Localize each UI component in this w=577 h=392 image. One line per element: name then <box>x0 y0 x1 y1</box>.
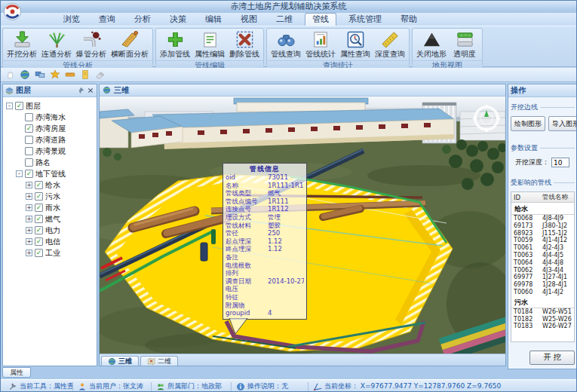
tree-node[interactable]: 赤湾景观 <box>3 145 97 157</box>
layer-checkbox[interactable]: ✓ <box>35 249 43 257</box>
ribbon-button[interactable]: 透明度 <box>450 29 480 60</box>
tree-node[interactable]: +✓工业 <box>3 247 97 259</box>
import-shape-button[interactable]: 导入图形 <box>548 116 577 131</box>
tree-node[interactable]: -✓图层 <box>3 100 97 112</box>
layer-checkbox[interactable] <box>25 113 33 121</box>
tree-expander-icon[interactable]: + <box>26 238 32 245</box>
tree-node[interactable]: 赤湾海水 <box>3 112 97 123</box>
excavation-icon <box>13 30 32 49</box>
star-button[interactable] <box>48 69 61 81</box>
menu-tab[interactable]: 二维 <box>269 14 299 26</box>
ribbon-button[interactable]: 关闭地形 <box>415 29 448 60</box>
table-row[interactable]: T00624J3-4J4 <box>511 267 574 274</box>
menu-tab[interactable]: 浏览 <box>57 14 87 26</box>
tree-expander-icon[interactable]: + <box>26 250 32 256</box>
tooltip-row: 管线类型燃气 <box>223 189 306 198</box>
tree-node[interactable]: +✓雨水 <box>3 202 97 213</box>
table-row[interactable]: 699781J28-4J1 <box>511 281 574 289</box>
tree-node[interactable]: +✓污水 <box>3 191 97 202</box>
operation-panel-title: 操作 <box>511 85 575 96</box>
table-row[interactable]: 68923J115-1J2 <box>511 230 574 237</box>
table-row[interactable]: T00644J4-4J8 <box>511 259 574 267</box>
ribbon-button[interactable]: 开挖分析 <box>5 29 38 60</box>
view-tab[interactable]: 二维 <box>140 356 178 366</box>
dig-button[interactable]: 开 挖 <box>529 351 575 365</box>
layer-checkbox[interactable]: ✓ <box>35 204 43 212</box>
tree-expander-icon[interactable]: - <box>16 170 23 177</box>
ribbon-button[interactable]: 添加管线 <box>158 29 192 60</box>
hand-tool-button[interactable] <box>3 69 16 81</box>
layer-checkbox[interactable] <box>25 147 33 155</box>
tree-node[interactable]: 赤湾道路 <box>3 134 97 145</box>
layer-checkbox[interactable] <box>25 136 33 144</box>
layer-checkbox[interactable]: ✓ <box>25 124 33 133</box>
tree-node[interactable]: +✓给水 <box>3 179 97 191</box>
ribbon-button[interactable]: 删除管线 <box>228 29 261 60</box>
tree-expander-icon[interactable]: + <box>26 182 32 188</box>
tree-expander-icon[interactable]: + <box>26 227 32 234</box>
table-row[interactable]: T00614J2-4J3 <box>511 244 574 252</box>
ribbon-button[interactable]: 深度查询 <box>373 29 407 60</box>
menu-tab[interactable]: 视图 <box>234 14 264 26</box>
table-row[interactable]: T0182W25-W26 <box>511 316 574 323</box>
view-tab[interactable]: 三维 <box>101 356 139 366</box>
tree-node[interactable]: +✓电信 <box>3 236 97 247</box>
tooltip-title: 管线信息 <box>223 164 306 173</box>
tree-node[interactable]: 路名 <box>3 157 97 168</box>
menu-tab[interactable]: 决策 <box>163 14 193 26</box>
tree-node[interactable]: -✓地下管线 <box>3 168 97 179</box>
dual-screen-button[interactable] <box>33 69 46 81</box>
layer-checkbox[interactable] <box>25 158 33 167</box>
menu-tab[interactable]: 分析 <box>127 14 158 26</box>
menu-tab[interactable]: 编辑 <box>198 14 229 26</box>
bookmark-button[interactable] <box>78 69 91 81</box>
ribbon-button[interactable]: 连通分析 <box>40 29 73 60</box>
ribbon-button[interactable]: 属性查询 <box>339 29 372 60</box>
depth-input[interactable] <box>551 158 569 167</box>
ribbon-button[interactable]: 爆管分析 <box>75 29 108 60</box>
layer-checkbox[interactable]: ✓ <box>25 170 33 178</box>
table-row[interactable]: T0184W26-W51 <box>511 308 574 316</box>
scene-3d[interactable]: 管线信息 oid73011名称1R111-1R112管线类型燃气管线点编号1R1… <box>100 96 505 354</box>
ribbon-button[interactable]: 管线统计 <box>304 29 337 60</box>
table-row[interactable]: 69173J380-1J2 <box>511 222 574 230</box>
menu-tab[interactable]: 管线 <box>305 13 336 26</box>
draw-shape-button[interactable]: 绘制图形 <box>511 116 545 131</box>
table-row[interactable]: T0183W26-W27 <box>511 323 574 330</box>
operation-panel-body: 开挖边线 绘制图形 导入图形 参数设置 开挖深度： 受影响的管线 ID 管线名称… <box>508 97 577 369</box>
tree-node[interactable]: ✓赤湾房屋 <box>3 123 97 134</box>
menu-tab[interactable]: 帮助 <box>394 14 424 26</box>
layer-checkbox[interactable]: ✓ <box>35 181 43 189</box>
menu-tab[interactable]: 查询 <box>92 14 122 26</box>
tree-expander-icon[interactable]: - <box>6 103 13 109</box>
tree-expander-icon[interactable]: + <box>26 193 32 200</box>
table-row[interactable]: T00594J1-4J12 <box>511 237 574 244</box>
menu-tab[interactable]: 系统管理 <box>342 14 388 26</box>
layers-panel: 图层 -✓图层赤湾海水✓赤湾房屋赤湾道路赤湾景观路名-✓地下管线+✓给水+✓污水… <box>2 84 97 366</box>
close-icon[interactable] <box>87 87 94 94</box>
globe-button[interactable] <box>18 69 31 81</box>
ribbon-button[interactable]: 横断面分析 <box>109 29 150 60</box>
ribbon-group: 管线查询管线统计属性查询深度查询查询统计 <box>266 28 410 66</box>
layer-checkbox[interactable]: ✓ <box>35 237 43 246</box>
tool-icon <box>8 382 17 391</box>
layer-checkbox[interactable]: ✓ <box>35 226 43 234</box>
table-row[interactable]: T00684J8-4J9 <box>511 215 574 222</box>
tree-node[interactable]: +✓电力 <box>3 225 97 236</box>
table-row[interactable]: T00634J4-4J5 <box>511 252 574 259</box>
ribbon-button[interactable]: 管线查询 <box>269 29 302 60</box>
pin-icon[interactable] <box>77 87 84 94</box>
table-row[interactable]: 699771J27-4J1 <box>511 274 574 281</box>
tree-node[interactable]: +✓燃气 <box>3 213 97 225</box>
layer-checkbox[interactable]: ✓ <box>35 215 43 223</box>
tab-properties[interactable]: 属性 <box>2 367 31 378</box>
ribbon-button[interactable]: 属性编辑 <box>193 29 226 60</box>
tree-expander-icon[interactable]: + <box>26 216 32 222</box>
layer-checkbox[interactable]: ✓ <box>35 192 43 201</box>
tree-expander-icon[interactable]: + <box>26 204 32 211</box>
layer-checkbox[interactable]: ✓ <box>15 102 23 110</box>
eraser-button[interactable] <box>94 69 106 81</box>
measure-button[interactable] <box>63 69 76 81</box>
tooltip-row: 管径250 <box>223 229 306 237</box>
table-row[interactable]: T00604J1-4J2 <box>511 289 574 296</box>
